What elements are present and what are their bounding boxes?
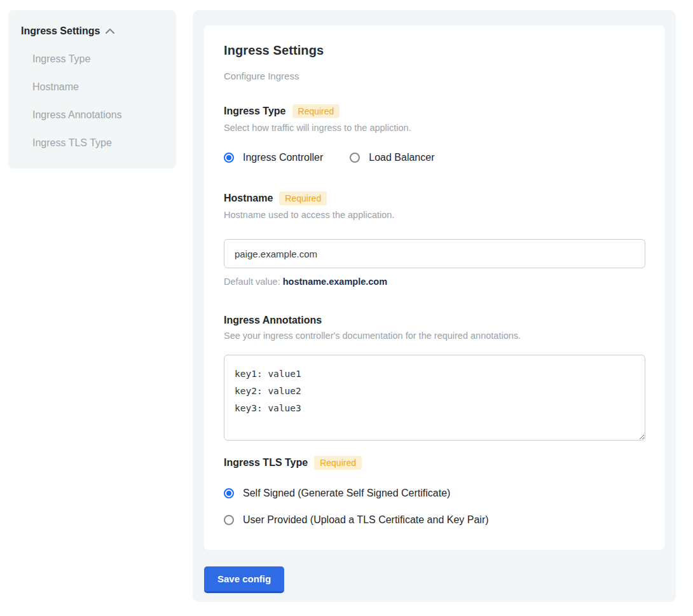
radio-unselected-icon xyxy=(224,515,234,525)
sidebar-section-toggle[interactable]: Ingress Settings xyxy=(21,25,163,37)
required-badge: Required xyxy=(314,456,362,470)
sidebar-item-ingress-annotations[interactable]: Ingress Annotations xyxy=(32,109,163,121)
page-title: Ingress Settings xyxy=(224,43,645,58)
sidebar-header-label: Ingress Settings xyxy=(21,25,100,37)
save-config-button[interactable]: Save config xyxy=(204,566,284,593)
page: Ingress Settings Ingress Type Hostname I… xyxy=(0,0,693,616)
section-ingress-tls-type: Ingress TLS Type Required Self Signed (G… xyxy=(224,456,645,526)
ingress-type-label: Ingress Type xyxy=(224,106,286,117)
sidebar: Ingress Settings Ingress Type Hostname I… xyxy=(8,10,176,168)
radio-label: User Provided (Upload a TLS Certificate … xyxy=(243,514,489,526)
radio-label: Load Balancer xyxy=(369,152,434,163)
default-value-prefix: Default value: xyxy=(224,277,283,287)
ingress-annotations-description: See your ingress controller's documentat… xyxy=(224,331,645,341)
ingress-type-description: Select how traffic will ingress to the a… xyxy=(224,123,645,133)
sidebar-item-ingress-tls-type[interactable]: Ingress TLS Type xyxy=(32,137,163,149)
chevron-up-icon xyxy=(105,28,115,34)
hostname-default-line: Default value: hostname.example.com xyxy=(224,277,645,287)
radio-self-signed[interactable]: Self Signed (Generate Self Signed Certif… xyxy=(224,488,645,499)
radio-ingress-controller[interactable]: Ingress Controller xyxy=(224,152,323,163)
hostname-description: Hostname used to access the application. xyxy=(224,210,645,220)
section-hostname: Hostname Required Hostname used to acces… xyxy=(224,191,645,287)
tls-radio-group: Self Signed (Generate Self Signed Certif… xyxy=(224,488,645,526)
section-ingress-annotations: Ingress Annotations See your ingress con… xyxy=(224,315,645,441)
hostname-input[interactable] xyxy=(224,239,645,268)
ingress-tls-type-label: Ingress TLS Type xyxy=(224,457,308,469)
radio-selected-icon xyxy=(224,488,234,498)
radio-unselected-icon xyxy=(350,153,360,163)
ingress-annotations-label: Ingress Annotations xyxy=(224,315,322,326)
required-badge: Required xyxy=(279,191,327,205)
config-panel: Ingress Settings Configure Ingress Ingre… xyxy=(193,10,676,602)
ingress-settings-card: Ingress Settings Configure Ingress Ingre… xyxy=(204,25,664,550)
radio-label: Ingress Controller xyxy=(243,152,323,163)
sidebar-item-hostname[interactable]: Hostname xyxy=(32,81,163,93)
page-subtitle: Configure Ingress xyxy=(224,71,645,81)
sidebar-item-ingress-type[interactable]: Ingress Type xyxy=(32,53,163,65)
radio-load-balancer[interactable]: Load Balancer xyxy=(350,152,434,163)
ingress-type-radio-group: Ingress Controller Load Balancer xyxy=(224,152,645,163)
default-value-text: hostname.example.com xyxy=(283,277,387,287)
radio-label: Self Signed (Generate Self Signed Certif… xyxy=(243,488,450,499)
ingress-annotations-textarea[interactable]: key1: value1 key2: value2 key3: value3 xyxy=(224,355,645,441)
required-badge: Required xyxy=(292,104,340,118)
section-ingress-type: Ingress Type Required Select how traffic… xyxy=(224,104,645,163)
radio-user-provided[interactable]: User Provided (Upload a TLS Certificate … xyxy=(224,514,645,526)
radio-selected-icon xyxy=(224,153,234,163)
hostname-label: Hostname xyxy=(224,193,273,204)
sidebar-nav: Ingress Type Hostname Ingress Annotation… xyxy=(32,53,163,149)
